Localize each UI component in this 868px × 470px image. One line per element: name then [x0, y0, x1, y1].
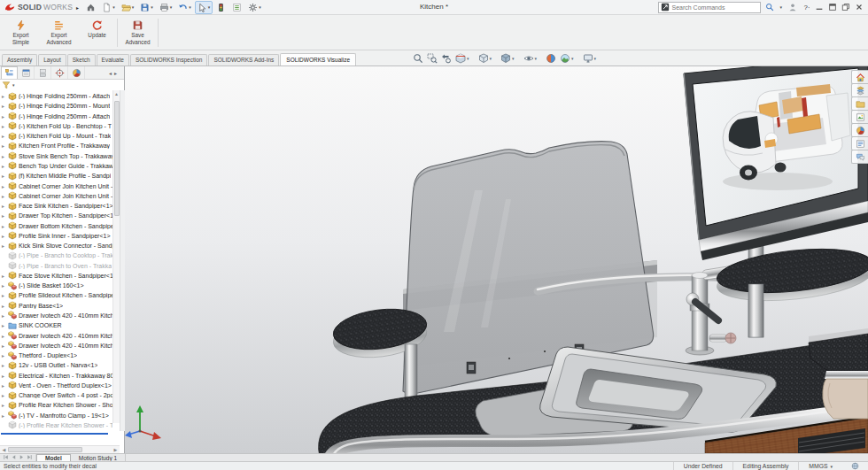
nav-prev-button[interactable]	[11, 454, 17, 461]
new-window-button[interactable]	[840, 2, 851, 13]
tab-layout[interactable]: Layout	[38, 54, 66, 65]
expand-arrow[interactable]: ▸	[2, 362, 8, 368]
expand-arrow[interactable]: ▸	[2, 322, 8, 328]
tree-item[interactable]: ▸Vent - Oven - Thetford Duplex<1>	[0, 381, 112, 390]
tree-item[interactable]: ▸(f) Kitchen Middle Profile - Sandpi	[0, 171, 112, 181]
zoom-fit-button[interactable]	[412, 53, 424, 64]
export-simple-button[interactable]: ExportSimple	[2, 17, 40, 49]
filter-funnel-icon[interactable]	[2, 81, 11, 89]
new-document-dropdown-arrow[interactable]: ▾	[112, 4, 115, 10]
save-dropdown-arrow[interactable]: ▾	[151, 4, 153, 10]
expand-arrow[interactable]: ▸	[2, 133, 8, 139]
panel-tab-displaymanager[interactable]	[68, 66, 85, 79]
tree-item[interactable]: ▸Profile Slideout Kitchen - Sandpipe	[0, 290, 112, 300]
expand-arrow[interactable]: ▸	[2, 312, 8, 319]
scroll-up-arrow[interactable]: ▲	[113, 90, 120, 98]
menu-flyout-arrow[interactable]: ▸	[76, 4, 79, 11]
search-scope-icon[interactable]	[661, 3, 670, 12]
previous-view-button[interactable]	[440, 53, 453, 64]
file-properties-button[interactable]	[229, 1, 244, 14]
save-advanced-button[interactable]: SaveAdvanced	[119, 17, 157, 49]
expand-arrow[interactable]: ▸	[2, 212, 8, 219]
panel-tab-scroll-arrow[interactable]: ◂	[109, 70, 112, 76]
globe-icon[interactable]	[851, 462, 859, 470]
open-dropdown-arrow[interactable]: ▾	[132, 4, 135, 10]
panel-tab-dimxpertmanager[interactable]	[51, 66, 68, 79]
file-explorer-tab[interactable]	[851, 96, 868, 111]
appearances-tab[interactable]	[851, 123, 868, 137]
tab-model[interactable]: Model	[36, 454, 71, 461]
tree-item[interactable]: ▸Thetford - Duplex<1>	[0, 351, 112, 360]
expand-arrow[interactable]: ▸	[2, 412, 8, 419]
panel-tab-scroll-arrow[interactable]: ▸	[114, 70, 117, 76]
expand-arrow[interactable]: ▸	[2, 402, 8, 408]
tree-item[interactable]: ▸Profile Rear Kitchen Shower - Short	[0, 400, 112, 410]
tree-item[interactable]: ▸(-) Kitchen Fold Up - Benchtop - T	[0, 121, 112, 131]
view-settings-button[interactable]: ▾	[582, 53, 598, 64]
tree-item[interactable]: ▸Cabinet Corner Join Kitchen Unit -	[0, 191, 112, 201]
open-button[interactable]: ▾	[119, 1, 137, 14]
options-dropdown-arrow[interactable]: ▾	[259, 4, 261, 10]
view-settings-dropdown-arrow[interactable]: ▾	[594, 56, 597, 61]
status-mmgs[interactable]: MMGS▾	[798, 462, 842, 470]
tree-item[interactable]: ▸(-) Hinge Folding 250mm - Attach	[0, 112, 112, 121]
tree-item[interactable]: ▸SINK COOKER	[0, 320, 112, 330]
search-dropdown-arrow[interactable]: ▾	[779, 4, 782, 10]
expand-arrow[interactable]: ▸	[2, 173, 8, 179]
tab-assembly[interactable]: Assembly	[2, 54, 37, 65]
panel-tab-featuremanager[interactable]	[1, 66, 18, 79]
expand-arrow[interactable]: ▸	[2, 333, 8, 339]
view-palette-tab[interactable]	[851, 110, 868, 124]
expand-arrow[interactable]: ▸	[2, 273, 8, 279]
apply-scene-dropdown-arrow[interactable]: ▾	[571, 56, 574, 61]
tree-item[interactable]: ▸Kitchen Front Profile - Trakkaway	[0, 141, 112, 150]
section-view-button[interactable]: ▾	[454, 53, 470, 64]
hide-show-items-dropdown-arrow[interactable]: ▾	[535, 56, 538, 61]
select-dropdown-arrow[interactable]: ▾	[208, 4, 211, 10]
expand-arrow[interactable]: ▸	[2, 113, 8, 119]
tree-item[interactable]: ▸Change Over Switch - 4 post - 2po	[0, 390, 112, 400]
expand-arrow[interactable]: ▸	[2, 93, 8, 99]
expand-arrow[interactable]: ▸	[2, 163, 8, 169]
tab-motion-study-1[interactable]: Motion Study 1	[71, 454, 126, 461]
user-login-button[interactable]	[787, 2, 798, 13]
tree-item[interactable]: ▸Stove Sink Bench Top - Trakkaway	[0, 151, 112, 161]
tree-item[interactable]: (-) Pipe - Branch to Cooktop - Trak	[0, 250, 112, 260]
nav-first-button[interactable]	[3, 454, 9, 461]
hide-show-items-button[interactable]: ▾	[523, 53, 539, 64]
expand-arrow[interactable]: ▸	[2, 343, 8, 349]
expand-arrow[interactable]: ▸	[2, 193, 8, 199]
nav-last-button[interactable]	[27, 454, 33, 461]
display-style-button[interactable]: ▾	[500, 53, 515, 64]
select-button[interactable]: ▾	[195, 1, 213, 14]
tree-item[interactable]: ▸Drawer Ivotech 420 - 410mm Kitch	[0, 311, 112, 320]
design-library-tab[interactable]	[851, 83, 868, 97]
save-button[interactable]: ▾	[137, 1, 156, 14]
expand-arrow[interactable]: ▸	[2, 292, 8, 298]
expand-arrow[interactable]: ▸	[2, 382, 8, 389]
expand-arrow[interactable]: ▸	[2, 392, 8, 398]
undo-dropdown-arrow[interactable]: ▾	[189, 4, 191, 10]
expand-arrow[interactable]: ▸	[2, 233, 8, 239]
undo-button[interactable]: ▾	[175, 1, 194, 14]
view-orientation-dropdown-arrow[interactable]: ▾	[490, 56, 492, 61]
filter-dropdown-arrow[interactable]: ▾	[12, 82, 15, 88]
horizontal-scroll-thumb[interactable]	[8, 447, 82, 452]
tree-item[interactable]: ▸Drawer Ivotech 420 - 410mm Kitch	[0, 341, 112, 351]
scroll-left-arrow[interactable]: ◀	[0, 447, 8, 452]
view-orientation-button[interactable]: ▾	[477, 53, 493, 64]
tree-item[interactable]: ▸Drawer Bottom Kitchen - Sandpipe	[0, 220, 112, 230]
tree-item[interactable]: ▸(-) TV - Manfrotto Clamp - 19<1>	[0, 411, 112, 420]
units-dropdown-arrow[interactable]: ▾	[830, 464, 833, 469]
home-button[interactable]	[83, 1, 98, 14]
forum-tab[interactable]	[851, 150, 868, 164]
search-commands-input[interactable]	[671, 4, 758, 11]
panel-tab-propertymanager[interactable]	[18, 66, 35, 79]
tree-item[interactable]: ▸Mates	[0, 430, 112, 432]
expand-arrow[interactable]: ▸	[2, 352, 8, 358]
tree-item[interactable]: (-) Profile Rear Kitchen Shower - Tr	[0, 420, 112, 430]
tab-sketch[interactable]: Sketch	[67, 54, 96, 65]
tree-item[interactable]: ▸Cabinet Corner Join Kitchen Unit -	[0, 181, 112, 190]
tree-item[interactable]: ▸(-) Slide Basket 160<1>	[0, 281, 112, 290]
tree-item[interactable]: ▸Pantry Base<1>	[0, 301, 112, 311]
